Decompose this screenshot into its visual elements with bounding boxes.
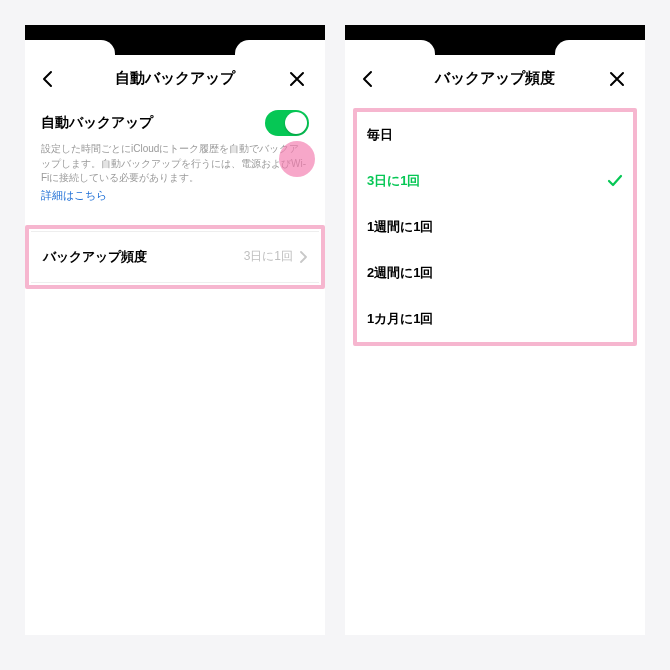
close-button[interactable] bbox=[289, 71, 309, 87]
frequency-options-highlight: 毎日3日に1回1週間に1回2週間に1回1カ月に1回 bbox=[353, 108, 637, 346]
frequency-option[interactable]: 毎日 bbox=[357, 112, 633, 158]
frequency-option-label: 1週間に1回 bbox=[367, 218, 433, 236]
chevron-left-icon bbox=[41, 70, 55, 88]
backup-frequency-value-text: 3日に1回 bbox=[244, 248, 293, 265]
frequency-option-label: 3日に1回 bbox=[367, 172, 420, 190]
close-button[interactable] bbox=[609, 71, 629, 87]
close-icon bbox=[289, 71, 305, 87]
status-bar bbox=[25, 25, 325, 55]
auto-backup-label: 自動バックアップ bbox=[41, 114, 153, 132]
phone-backup-frequency: バックアップ頻度 毎日3日に1回1週間に1回2週間に1回1カ月に1回 bbox=[345, 25, 645, 635]
frequency-highlight: バックアップ頻度 3日に1回 bbox=[25, 225, 325, 289]
frequency-options-list: 毎日3日に1回1週間に1回2週間に1回1カ月に1回 bbox=[357, 112, 633, 342]
auto-backup-description: 設定した時間ごとにiCloudにトーク履歴を自動でバックアップします。自動バック… bbox=[41, 142, 309, 186]
frequency-option[interactable]: 1週間に1回 bbox=[357, 204, 633, 250]
header: 自動バックアップ bbox=[25, 55, 325, 102]
close-icon bbox=[609, 71, 625, 87]
check-icon bbox=[607, 174, 623, 188]
phone-auto-backup: 自動バックアップ 自動バックアップ 設定した時間ごとにiCloudにトーク履歴を… bbox=[25, 25, 325, 635]
auto-backup-section: 自動バックアップ 設定した時間ごとにiCloudにトーク履歴を自動でバックアップ… bbox=[25, 102, 325, 203]
backup-frequency-value: 3日に1回 bbox=[244, 248, 307, 265]
auto-backup-toggle-row: 自動バックアップ bbox=[41, 102, 309, 136]
frequency-option[interactable]: 2週間に1回 bbox=[357, 250, 633, 296]
back-button[interactable] bbox=[361, 70, 381, 88]
chevron-left-icon bbox=[361, 70, 375, 88]
header: バックアップ頻度 bbox=[345, 55, 645, 102]
frequency-option-label: 2週間に1回 bbox=[367, 264, 433, 282]
page-title: バックアップ頻度 bbox=[381, 69, 609, 88]
frequency-option[interactable]: 1カ月に1回 bbox=[357, 296, 633, 342]
frequency-option[interactable]: 3日に1回 bbox=[357, 158, 633, 204]
chevron-right-icon bbox=[299, 251, 307, 263]
frequency-option-label: 毎日 bbox=[367, 126, 393, 144]
back-button[interactable] bbox=[41, 70, 61, 88]
backup-frequency-row[interactable]: バックアップ頻度 3日に1回 bbox=[31, 231, 319, 283]
backup-frequency-label: バックアップ頻度 bbox=[43, 248, 147, 266]
status-bar bbox=[345, 25, 645, 55]
frequency-option-label: 1カ月に1回 bbox=[367, 310, 433, 328]
details-link[interactable]: 詳細はこちら bbox=[41, 188, 309, 203]
page-title: 自動バックアップ bbox=[61, 69, 289, 88]
auto-backup-toggle[interactable] bbox=[265, 110, 309, 136]
